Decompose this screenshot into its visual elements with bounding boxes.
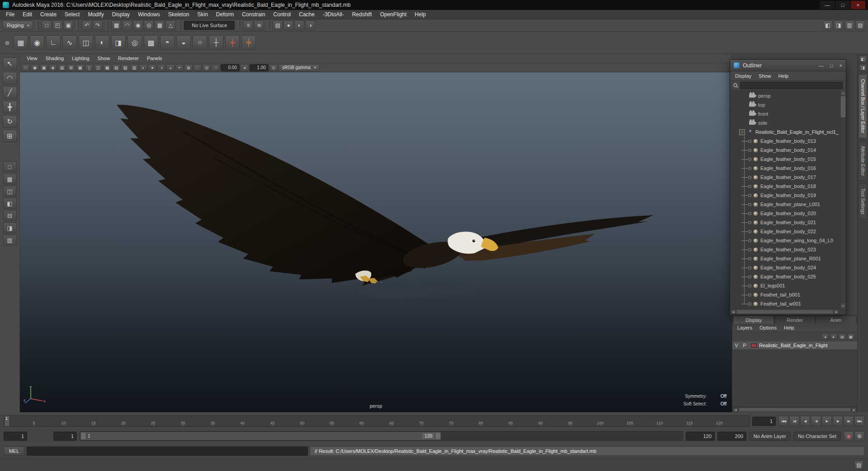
status-group-separator[interactable] <box>106 21 108 30</box>
scroll-up-icon[interactable]: ▲ <box>840 90 846 95</box>
eagle-3d-model[interactable] <box>20 72 732 412</box>
maximize-button[interactable]: □ <box>835 1 850 9</box>
red-manipulator-shelf-icon[interactable]: ┿ <box>225 35 240 50</box>
outliner-item[interactable]: Eagle_feather_body_018 <box>733 182 840 191</box>
tree-structure[interactable] <box>741 227 753 236</box>
outliner-item[interactable]: Eagle_feather_body_021 <box>733 218 840 227</box>
hypershade-persp-layout-icon[interactable]: ◨ <box>3 222 17 233</box>
outliner-item[interactable]: top <box>733 100 840 109</box>
menu-item[interactable]: File <box>2 10 19 19</box>
select-tool-icon[interactable]: ↖ <box>3 57 17 70</box>
cluster-shelf-icon[interactable]: ◎ <box>127 35 142 50</box>
layer-editor-tab[interactable]: Display <box>733 316 774 324</box>
four-pane-layout-icon[interactable]: ▦ <box>3 174 17 184</box>
paint-skin-weights-shelf-icon[interactable]: ◐ <box>95 35 109 50</box>
hscroll-thumb[interactable] <box>736 310 833 314</box>
new-layer-from-selected-icon[interactable]: ▦ <box>847 334 854 340</box>
xray-icon[interactable]: ◌ <box>193 64 202 71</box>
layer-visibility-toggle[interactable]: V <box>732 343 741 348</box>
grid-toggle-icon[interactable]: ▦ <box>76 64 84 71</box>
safe-action-icon[interactable]: ▨ <box>121 64 129 71</box>
playback-range-bar[interactable]: 1 120 <box>80 432 441 440</box>
save-scene-icon[interactable]: ▣ <box>63 20 73 30</box>
undo-icon[interactable]: ↶ <box>82 20 92 30</box>
gate-mask-icon[interactable]: ▩ <box>103 64 111 71</box>
play-forwards-button[interactable]: ▶ <box>822 416 832 426</box>
tree-structure[interactable] <box>741 173 753 182</box>
layer-editor-hscrollbar[interactable]: ◀ ▶ <box>732 406 857 412</box>
ik-handle-shelf-icon[interactable]: ∟ <box>46 35 61 50</box>
tree-structure[interactable] <box>741 245 753 254</box>
viewport-canvas[interactable]: y x z persp Symmetry: Off Soft Select: O… <box>20 72 732 412</box>
outliner-minimize-button[interactable]: — <box>819 63 824 68</box>
current-time-marker[interactable]: 1 <box>4 416 10 426</box>
construction-history-icon[interactable]: ≡ <box>243 20 253 30</box>
paint-select-tool-icon[interactable]: ╱ <box>3 86 17 99</box>
auto-keyframe-icon[interactable]: ◉ <box>844 431 854 441</box>
animation-preferences-icon[interactable]: ⊛ <box>854 431 864 441</box>
tree-structure[interactable] <box>741 218 753 227</box>
image-plane-icon[interactable]: ▤ <box>58 64 66 71</box>
layer-editor-menu-item[interactable]: Help <box>780 325 798 331</box>
outliner-close-button[interactable]: × <box>840 63 842 68</box>
menu-item[interactable]: Select <box>61 10 84 19</box>
range-end-handle[interactable] <box>435 433 440 439</box>
motion-blur-icon[interactable]: ◓ <box>175 64 184 71</box>
locator-shelf-icon[interactable]: ┼ <box>209 35 223 50</box>
outliner-item[interactable]: Feathet_tail_b001 <box>733 290 840 299</box>
render-settings-icon[interactable]: ◑ <box>305 20 315 30</box>
current-time-field[interactable]: 1 <box>752 417 776 426</box>
outliner-persp-layout-icon[interactable]: ◧ <box>3 198 17 209</box>
outliner-item[interactable]: Eagle_feather_plane_R001 <box>733 254 840 263</box>
status-group-separator[interactable] <box>179 21 181 30</box>
raise-tool-settings-icon[interactable]: ◨ <box>859 64 867 71</box>
safe-title-icon[interactable]: ▥ <box>130 64 138 71</box>
step-forward-key-button[interactable]: ▶| <box>844 416 854 426</box>
orange-manipulator-shelf-icon[interactable]: ╪ <box>241 35 256 50</box>
outliner-item[interactable]: Eagle_feather_body_013 <box>733 137 840 146</box>
snap-to-curve-icon[interactable]: ◠ <box>122 20 132 30</box>
outliner-item[interactable]: Eagle_feather_body_015 <box>733 155 840 164</box>
display-layer-row[interactable]: V P Realistic_Bald_Eagle_in_Flight <box>732 341 857 350</box>
live-surface-field[interactable]: No Live Surface <box>184 21 235 30</box>
hscroll-thumb[interactable] <box>739 408 851 412</box>
anim-layer-selector[interactable]: No Anim Layer <box>749 432 791 441</box>
scroll-down-icon[interactable]: ▼ <box>840 303 846 308</box>
outliner-item[interactable]: Eagle_feather_body_022 <box>733 227 840 236</box>
blend-shape-shelf-icon[interactable]: ◓ <box>160 35 175 50</box>
outliner-item[interactable]: Eagle_feather_wing_long_04_L0 <box>733 236 840 245</box>
shadows-icon[interactable]: ◑ <box>157 64 165 71</box>
snap-to-view-plane-icon[interactable]: ▩ <box>155 20 165 30</box>
playback-end-field[interactable]: 120 <box>686 432 715 441</box>
outliner-item[interactable]: Eagle_feather_body_014 <box>733 146 840 155</box>
scroll-right-icon[interactable]: ▶ <box>851 407 857 412</box>
open-scene-icon[interactable]: ◰ <box>52 20 62 30</box>
sidebar-attribute-editor-icon[interactable]: ▥ <box>844 20 854 30</box>
layer-editor-menu-item[interactable]: Options <box>756 325 780 331</box>
tree-structure[interactable] <box>741 155 753 164</box>
two-d-pan-zoom-icon[interactable]: ⊞ <box>67 64 75 71</box>
two-pane-side-layout-icon[interactable]: ◫ <box>3 186 17 197</box>
rotate-tool-icon[interactable]: ↻ <box>3 115 17 128</box>
outliner-item[interactable]: Eagle_feather_body_025 <box>733 272 840 281</box>
tree-structure[interactable] <box>741 299 753 308</box>
outliner-hscrollbar[interactable]: ◀ ▶ <box>730 308 840 315</box>
redo-icon[interactable]: ↷ <box>93 20 103 30</box>
command-language-button[interactable]: MEL <box>4 447 24 456</box>
default-lighting-icon[interactable]: ◐ <box>139 64 147 71</box>
sidebar-vertical-tab[interactable]: Tool Settings <box>859 184 867 219</box>
all-lights-icon[interactable]: ● <box>148 64 156 71</box>
status-group-separator[interactable] <box>238 21 240 30</box>
menu-item[interactable]: Skin <box>193 10 212 19</box>
custom-layout-icon[interactable]: ▥ <box>3 235 17 245</box>
outliner-item[interactable]: front <box>733 109 840 118</box>
toggle-ui-elements-icon[interactable]: ◧ <box>823 20 833 30</box>
panel-menu-item[interactable]: Show <box>94 55 114 62</box>
lasso-select-tool-icon[interactable]: ◠ <box>3 72 17 85</box>
tree-structure[interactable] <box>741 209 753 218</box>
exposure-field[interactable]: 0.00 <box>221 64 240 71</box>
tree-structure[interactable] <box>741 146 753 155</box>
panel-menu-item[interactable]: Renderer <box>114 55 143 62</box>
persp-graph-layout-icon[interactable]: ⊟ <box>3 210 17 221</box>
new-scene-icon[interactable]: □ <box>42 20 52 30</box>
